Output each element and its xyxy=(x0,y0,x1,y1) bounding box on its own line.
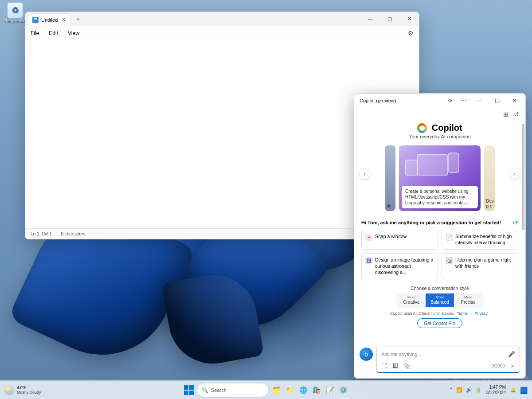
carousel-card-main[interactable]: Create a personal website using HTML/Jav… xyxy=(399,145,481,211)
bing-avatar-icon[interactable]: b xyxy=(360,348,373,361)
suggestion-snap-window[interactable]: ✦Snap a window xyxy=(361,230,438,250)
more-icon[interactable]: ⋯ xyxy=(457,94,470,107)
notepad-titlebar[interactable]: Untitled ✕ ＋ ― ▢ ✕ xyxy=(25,12,419,26)
chat-placeholder: Ask me anything... xyxy=(381,352,422,357)
microphone-icon[interactable]: 🎤 xyxy=(508,351,515,357)
image-icon: 🖼 xyxy=(365,257,372,264)
clock-time: 1:47 PM xyxy=(486,385,506,390)
carousel-caption: Create a personal website using HTML/Jav… xyxy=(402,186,478,208)
taskbar-search[interactable]: 🔍 Search xyxy=(197,383,268,397)
minimize-button[interactable]: ― xyxy=(360,12,380,26)
suggestion-plan-game-night[interactable]: 🎲Help me plan a game night with friends xyxy=(442,253,518,279)
recycle-bin[interactable]: ♻ Recycle Bin xyxy=(3,3,27,23)
status-cursor: Ln 1, Col 1 xyxy=(31,231,52,236)
taskbar-clock[interactable]: 1:47 PM 3/12/2024 xyxy=(486,385,506,395)
tab-close-button[interactable]: ✕ xyxy=(60,17,66,23)
disclaimer: Copilot uses AI. Check for mistakes. Ter… xyxy=(361,311,518,316)
tray-battery-icon[interactable]: 🔋 xyxy=(476,387,482,393)
taskbar-app-settings[interactable]: ⚙️ xyxy=(337,384,349,396)
copilot-input-area: b Ask me anything... 🎤 ⛶ 🖼 📎 0/2000 ➤ xyxy=(354,342,525,378)
taskbar: 47°F Mostly cloudy 🔍 Search 🗂️ 📁 🌐 🛍️ 📝 … xyxy=(0,380,532,399)
taskbar-app-desktops[interactable]: 🗂️ xyxy=(271,384,282,396)
carousel-illustration xyxy=(403,150,476,189)
weather-temp: 47°F xyxy=(17,385,41,390)
search-icon: 🔍 xyxy=(202,387,208,393)
notepad-tab-title: Untitled xyxy=(41,17,58,23)
style-creative[interactable]: MoreCreative xyxy=(397,293,426,307)
get-copilot-pro-button[interactable]: Get Copilot Pro xyxy=(417,318,462,328)
notepad-tab[interactable]: Untitled ✕ xyxy=(28,14,70,26)
char-counter: 0/2000 xyxy=(491,364,505,368)
copilot-brand: Copilot xyxy=(432,123,462,133)
tray-volume-icon[interactable]: 🔊 xyxy=(466,387,472,393)
copilot-content[interactable]: Copilot Your everyday AI companion ‹ de … xyxy=(354,121,525,342)
maximize-button[interactable]: ▢ xyxy=(488,94,506,107)
recycle-bin-label: Recycle Bin xyxy=(3,19,27,23)
style-selector: MoreCreative MoreBalanced MorePrecise xyxy=(397,293,482,307)
suggestion-summarize[interactable]: 📄Summarize benefits of high-intensity in… xyxy=(442,230,518,250)
weather-icon xyxy=(4,385,14,395)
taskbar-app-edge[interactable]: 🌐 xyxy=(297,384,309,396)
menu-view[interactable]: View xyxy=(68,30,79,36)
close-button[interactable]: ✕ xyxy=(506,94,524,107)
new-tab-button[interactable]: ＋ xyxy=(72,13,84,25)
privacy-link[interactable]: Privacy xyxy=(474,311,488,316)
status-chars: 0 characters xyxy=(61,231,85,236)
weather-desc: Mostly cloudy xyxy=(17,390,41,395)
suggestion-grid: ✦Snap a window 📄Summarize benefits of hi… xyxy=(361,230,518,279)
search-placeholder: Search xyxy=(211,387,227,393)
plugins-icon[interactable]: ⊞ xyxy=(503,111,509,118)
start-button[interactable] xyxy=(183,384,195,396)
refresh-suggestions-icon[interactable]: ⟳ xyxy=(513,219,518,226)
scrollbar[interactable] xyxy=(522,124,524,340)
taskbar-weather-widget[interactable]: 47°F Mostly cloudy xyxy=(4,385,41,395)
copilot-title: Copilot (preview) xyxy=(360,98,396,103)
minimize-button[interactable]: ― xyxy=(470,94,488,107)
copilot-taskbar-icon[interactable]: 🟦 xyxy=(520,387,528,394)
evaluation-watermark: Evaluation copy. Build 26080.ge_release.… xyxy=(431,375,528,379)
notepad-menubar: File Edit View ⚙ xyxy=(25,26,419,40)
copilot-tagline: Your everyday AI companion xyxy=(361,134,518,139)
style-balanced[interactable]: MoreBalanced xyxy=(426,293,454,307)
image-upload-icon[interactable]: 🖼 xyxy=(392,363,398,369)
copilot-logo-icon xyxy=(417,123,427,133)
calendar-icon: 🎲 xyxy=(446,257,453,264)
copilot-titlebar[interactable]: Copilot (preview) ⟳ ⋯ ― ▢ ✕ xyxy=(354,94,525,108)
notifications-icon[interactable]: 🔔 xyxy=(510,387,516,392)
taskbar-app-notepad[interactable]: 📝 xyxy=(324,384,336,396)
settings-gear-icon[interactable]: ⚙ xyxy=(408,30,414,37)
attachment-icon[interactable]: 📎 xyxy=(403,363,411,369)
tray-chevron-icon[interactable]: ˄ xyxy=(450,387,453,393)
carousel-card-right[interactable]: Des pro xyxy=(484,145,495,211)
notepad-file-icon xyxy=(32,17,39,23)
style-label: Choose a conversation style xyxy=(361,286,518,291)
menu-file[interactable]: File xyxy=(31,30,39,36)
copilot-greeting: Hi Tom, ask me anything or pick a sugges… xyxy=(361,220,501,225)
carousel-prev-button[interactable]: ‹ xyxy=(360,168,370,179)
recycle-bin-icon: ♻ xyxy=(8,3,23,18)
style-precise[interactable]: MorePrecise xyxy=(454,293,482,307)
close-button[interactable]: ✕ xyxy=(399,12,419,26)
history-icon[interactable]: ↺ xyxy=(514,111,519,118)
tray-wifi-icon[interactable]: 📶 xyxy=(456,387,462,393)
taskbar-app-store[interactable]: 🛍️ xyxy=(311,384,322,396)
sparkle-icon: ✦ xyxy=(365,234,372,241)
suggestion-design-image[interactable]: 🖼Design an image featuring a curious ast… xyxy=(361,253,438,279)
maximize-button[interactable]: ▢ xyxy=(380,12,399,26)
menu-edit[interactable]: Edit xyxy=(49,30,58,36)
copilot-window: Copilot (preview) ⟳ ⋯ ― ▢ ✕ ⊞ ↺ Copilot … xyxy=(354,93,526,379)
document-icon: 📄 xyxy=(446,234,453,241)
send-icon[interactable]: ➤ xyxy=(510,363,515,369)
clock-date: 3/12/2024 xyxy=(486,390,506,395)
chat-input[interactable]: Ask me anything... 🎤 ⛶ 🖼 📎 0/2000 ➤ xyxy=(376,347,520,373)
taskbar-app-explorer[interactable]: 📁 xyxy=(284,384,296,396)
refresh-icon[interactable]: ⟳ xyxy=(444,94,457,107)
terms-link[interactable]: Terms xyxy=(457,311,468,316)
copilot-logo: Copilot xyxy=(361,123,518,133)
carousel-card-left[interactable]: de xyxy=(385,145,395,211)
prompt-carousel: ‹ de Create a personal website using HTM… xyxy=(361,145,518,211)
carousel-next-button[interactable]: › xyxy=(509,168,520,179)
screenshot-icon[interactable]: ⛶ xyxy=(381,363,387,369)
